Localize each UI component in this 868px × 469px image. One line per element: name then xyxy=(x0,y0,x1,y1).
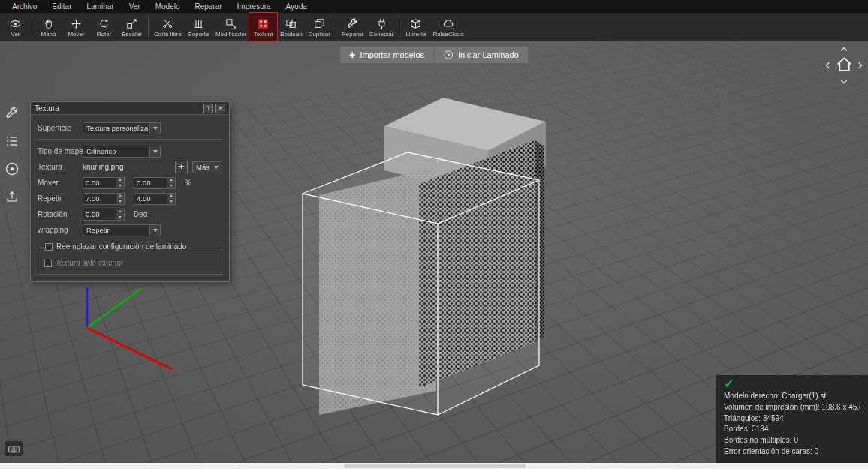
add-texture-button[interactable]: + xyxy=(175,161,188,173)
toolbar-label: Reparar xyxy=(342,31,363,38)
support-icon xyxy=(192,17,205,30)
toolbar-button-escalar[interactable]: Escalar xyxy=(118,13,146,41)
toolbar-label: Escalar xyxy=(122,31,142,38)
move-y-input[interactable] xyxy=(134,178,167,188)
rotation-input[interactable] xyxy=(83,209,116,220)
toolbar-label: Mover xyxy=(68,31,84,38)
repeat-x-input[interactable] xyxy=(83,194,116,204)
model-bounding-box[interactable] xyxy=(303,152,539,415)
toolbar-button-duplicar[interactable]: Duplicar xyxy=(306,13,333,41)
home-icon xyxy=(835,55,854,74)
info-edges: Bordes: 3194 xyxy=(724,424,860,435)
rotation-unit: Deg xyxy=(134,210,147,218)
stepper-arrows[interactable] xyxy=(167,194,175,204)
toolbar-button-libreria[interactable]: Librería xyxy=(402,13,429,41)
axis-y-green xyxy=(87,288,142,328)
override-checkbox-row[interactable]: Reemplazar configuración de laminado xyxy=(42,242,189,251)
stepper-arrows[interactable] xyxy=(116,194,124,204)
close-icon[interactable]: ✕ xyxy=(215,104,225,113)
repeat-y-stepper[interactable] xyxy=(134,193,176,205)
toolbar: Ver Mano Mover Rotar Escalar Corte libre… xyxy=(0,13,868,41)
preview-tool-button[interactable] xyxy=(5,161,20,176)
move-row: Mover % xyxy=(38,175,222,191)
move-x-input[interactable] xyxy=(83,178,116,188)
toolbar-label: Duplicar xyxy=(309,31,330,38)
menu-modelo[interactable]: Modelo xyxy=(148,0,188,13)
toolbar-button-mano[interactable]: Mano xyxy=(35,13,62,41)
toolbar-button-rotar[interactable]: Rotar xyxy=(90,13,118,41)
rotation-stepper[interactable] xyxy=(83,209,125,221)
rotate-icon xyxy=(98,17,110,30)
toolbar-button-reparar[interactable]: Reparar xyxy=(339,13,366,41)
texture-dialog-body: Superficie Textura personalizada Tipo de… xyxy=(31,115,229,281)
stepper-arrows[interactable] xyxy=(116,209,124,220)
viewport-3d[interactable]: + Importar modelos Iniciar Laminado xyxy=(0,41,868,463)
info-triangles: Triángulos: 34594 xyxy=(724,413,860,425)
chevron-down-icon xyxy=(149,225,160,236)
exterior-checkbox-row[interactable]: Textura solo exterior xyxy=(44,259,215,267)
mapping-value: Cilíndrico xyxy=(83,146,149,157)
help-icon[interactable]: ? xyxy=(203,104,213,113)
home-view-button[interactable] xyxy=(835,55,854,77)
texture-file-row: Textura knurling.png + Más xyxy=(38,159,222,175)
menu-ayuda[interactable]: Ayuda xyxy=(279,0,315,13)
override-checkbox[interactable] xyxy=(45,243,53,251)
repeat-row: Repetir xyxy=(38,191,222,206)
repeat-x-stepper[interactable] xyxy=(83,193,125,205)
toolbar-label: Modificador xyxy=(215,31,246,38)
move-y-stepper[interactable] xyxy=(134,177,176,189)
chevron-right-icon[interactable] xyxy=(855,61,864,70)
toolbar-separator xyxy=(336,16,336,38)
menu-ver[interactable]: Ver xyxy=(122,0,148,13)
adjust-tool-button[interactable] xyxy=(5,106,20,121)
toolbar-button-soporte[interactable]: Soporte xyxy=(185,13,212,41)
export-tool-button[interactable] xyxy=(5,189,20,204)
keyboard-shortcuts-button[interactable] xyxy=(5,441,23,456)
boolean-icon xyxy=(285,17,297,30)
menu-archivo[interactable]: Archivo xyxy=(5,0,44,13)
menu-laminar[interactable]: Laminar xyxy=(79,0,121,13)
toolbar-button-ver[interactable]: Ver xyxy=(2,13,29,41)
bottom-scrollbar[interactable] xyxy=(0,463,868,469)
axis-x-red xyxy=(87,328,172,369)
toolbar-button-conectar[interactable]: Conectar xyxy=(366,13,396,41)
exterior-checkbox[interactable] xyxy=(44,260,52,267)
chevron-up-icon[interactable] xyxy=(839,45,848,54)
move-x-stepper[interactable] xyxy=(83,177,125,189)
toolbar-button-textura[interactable]: Textura xyxy=(249,13,277,41)
scrollbar-thumb[interactable] xyxy=(344,464,526,468)
chevron-down-icon[interactable] xyxy=(839,77,848,86)
list-tool-button[interactable] xyxy=(5,134,20,149)
surface-select[interactable]: Textura personalizada xyxy=(83,122,161,134)
menu-impresora[interactable]: Impresora xyxy=(230,0,279,13)
toolbar-button-modificador[interactable]: Modificador xyxy=(212,13,249,41)
rotation-label: Rotación xyxy=(38,210,83,218)
stepper-arrows[interactable] xyxy=(116,178,124,188)
toolbar-button-boolean[interactable]: Boolean xyxy=(277,13,305,41)
menu-editar[interactable]: Editar xyxy=(44,0,79,13)
model-info-panel: ✓ Modelo derecho: Charger(1).stl Volumen… xyxy=(716,375,868,463)
more-texture-button[interactable]: Más xyxy=(192,161,222,173)
mapping-select[interactable]: Cilíndrico xyxy=(83,146,161,158)
toolbar-button-mover[interactable]: Mover xyxy=(62,13,90,41)
chevron-left-icon[interactable] xyxy=(824,61,833,70)
texture-dialog-titlebar[interactable]: Textura ? ✕ xyxy=(31,102,229,115)
info-face-orientation-errors: Error orientación de caras: 0 xyxy=(724,446,860,458)
toolbar-label: Soporte xyxy=(188,31,209,38)
modifier-icon xyxy=(225,17,237,30)
exterior-label: Textura solo exterior xyxy=(56,259,123,267)
chevron-down-icon xyxy=(214,166,219,169)
menu-reparar[interactable]: Reparar xyxy=(187,0,229,13)
toolbar-button-corte-libre[interactable]: Corte libre xyxy=(151,13,185,41)
wrapping-select[interactable]: Repetir xyxy=(83,224,161,236)
side-toolbar xyxy=(5,106,20,204)
import-models-label: Importar modelos xyxy=(360,50,424,59)
repeat-y-input[interactable] xyxy=(134,194,167,204)
toolbar-button-raisecloud[interactable]: RaiseCloud xyxy=(429,13,466,41)
move-unit: % xyxy=(185,179,191,187)
import-models-button[interactable]: + Importar modelos xyxy=(340,47,433,63)
duplicate-icon xyxy=(313,17,326,30)
start-slicing-button[interactable]: Iniciar Laminado xyxy=(434,47,528,63)
stepper-arrows[interactable] xyxy=(167,178,175,188)
texture-file-name: knurling.png xyxy=(83,163,175,171)
